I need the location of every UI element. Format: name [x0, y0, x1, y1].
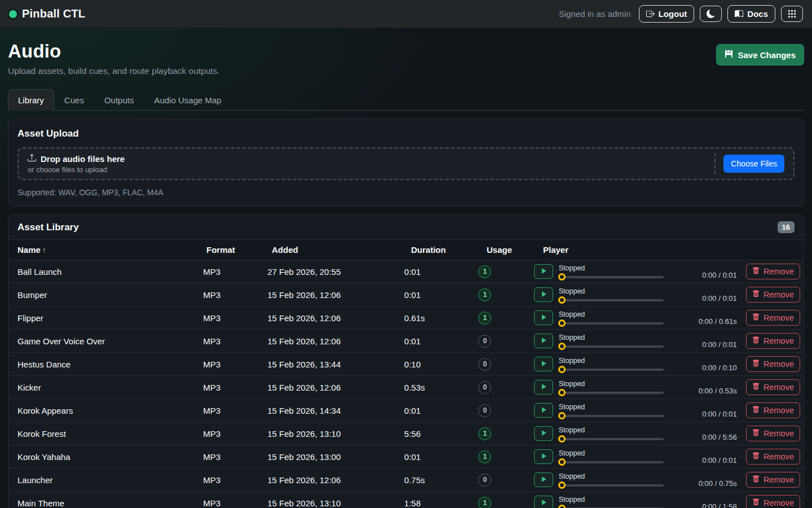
tab-cues[interactable]: Cues: [54, 89, 94, 111]
slider-thumb-icon[interactable]: [558, 273, 566, 281]
play-button[interactable]: [534, 357, 553, 371]
play-button[interactable]: [534, 403, 553, 418]
asset-format: MP3: [203, 475, 267, 485]
player-status: Stopped: [559, 496, 664, 503]
choose-files-button[interactable]: Choose Files: [723, 155, 784, 173]
play-button[interactable]: [534, 310, 553, 325]
asset-format: MP3: [203, 267, 267, 277]
play-icon: [540, 268, 547, 276]
trash-icon: [752, 290, 760, 299]
asset-player: Stopped 0:00 / 0:10: [534, 357, 745, 372]
brand-name: Pinball CTL: [22, 7, 85, 20]
save-changes-button[interactable]: Save Changes: [716, 44, 804, 65]
remove-label: Remove: [764, 498, 794, 507]
slider-thumb-icon[interactable]: [558, 319, 566, 327]
seek-slider[interactable]: [559, 276, 664, 278]
asset-duration: 0:10: [404, 360, 479, 369]
seek-slider[interactable]: [559, 299, 664, 301]
slider-thumb-icon[interactable]: [558, 505, 566, 508]
slider-thumb-icon[interactable]: [558, 458, 566, 466]
remove-button[interactable]: Remove: [746, 402, 800, 418]
asset-player: Stopped 0:00 / 0:01: [534, 449, 745, 465]
play-button[interactable]: [534, 334, 553, 348]
remove-button[interactable]: Remove: [746, 287, 800, 303]
remove-label: Remove: [764, 336, 794, 345]
column-header-format[interactable]: Format: [206, 245, 272, 255]
table-row: Bumper MP3 15 Feb 2026, 12:06 0:01 1 Sto…: [8, 283, 804, 306]
play-button[interactable]: [534, 426, 553, 441]
usage-badge: 0: [478, 381, 491, 394]
usage-badge: 0: [478, 335, 491, 348]
logout-button[interactable]: Logout: [639, 5, 695, 23]
trash-icon: [752, 452, 760, 461]
remove-button[interactable]: Remove: [746, 333, 800, 349]
remove-button[interactable]: Remove: [746, 379, 800, 395]
remove-label: Remove: [764, 290, 794, 299]
remove-label: Remove: [764, 452, 794, 461]
asset-added: 15 Feb 2026, 13:00: [267, 452, 404, 462]
seek-slider[interactable]: [559, 438, 664, 440]
column-header-duration[interactable]: Duration: [411, 245, 487, 255]
signed-in-text: Signed in as admin: [559, 9, 631, 19]
seek-slider[interactable]: [559, 484, 664, 487]
column-header-added[interactable]: Added: [272, 245, 411, 255]
slider-thumb-icon[interactable]: [558, 412, 566, 419]
column-header-player: Player: [543, 245, 744, 255]
asset-added: 15 Feb 2026, 13:10: [267, 498, 404, 508]
play-button[interactable]: [534, 496, 553, 508]
theme-toggle-button[interactable]: [700, 6, 722, 22]
player-time: 0:00 / 0:10: [664, 357, 737, 372]
asset-format: MP3: [203, 290, 267, 300]
seek-slider[interactable]: [559, 392, 664, 394]
seek-slider[interactable]: [559, 369, 664, 371]
seek-slider[interactable]: [559, 461, 664, 463]
asset-name: Ball Launch: [17, 267, 203, 277]
asset-player: Stopped 0:00 / 0:01: [534, 334, 745, 349]
column-header-usage[interactable]: Usage: [487, 245, 543, 255]
asset-player: Stopped 0:00 / 1:58: [534, 496, 745, 508]
seek-slider[interactable]: [559, 415, 664, 417]
asset-format: MP3: [203, 383, 267, 392]
play-button[interactable]: [534, 472, 553, 487]
column-header-name[interactable]: Name↑: [17, 245, 206, 255]
seek-slider[interactable]: [559, 345, 664, 348]
usage-badge: 1: [478, 265, 491, 278]
tab-outputs[interactable]: Outputs: [94, 89, 144, 111]
remove-button[interactable]: Remove: [746, 356, 800, 372]
remove-button[interactable]: Remove: [746, 472, 800, 488]
remove-label: Remove: [764, 360, 794, 369]
slider-thumb-icon[interactable]: [558, 343, 566, 350]
play-button[interactable]: [534, 449, 553, 464]
play-button[interactable]: [534, 264, 553, 279]
table-row: Ball Launch MP3 27 Feb 2026, 20:55 0:01 …: [8, 260, 804, 283]
player-time: 0:00 / 0.75s: [664, 472, 737, 488]
asset-player: Stopped 0:00 / 5:56: [534, 426, 745, 441]
slider-thumb-icon[interactable]: [558, 481, 566, 489]
slider-thumb-icon[interactable]: [558, 389, 566, 396]
slider-thumb-icon[interactable]: [558, 435, 566, 443]
remove-label: Remove: [764, 383, 794, 392]
remove-button[interactable]: Remove: [746, 495, 800, 508]
play-button[interactable]: [534, 287, 553, 302]
asset-duration: 0:01: [404, 290, 479, 300]
play-button[interactable]: [534, 380, 553, 395]
file-dropzone[interactable]: Drop audio files here or choose files to…: [17, 147, 795, 180]
remove-label: Remove: [764, 267, 794, 276]
apps-grid-button[interactable]: [781, 6, 803, 22]
sort-asc-icon: ↑: [42, 246, 46, 255]
player-status: Stopped: [559, 311, 664, 318]
slider-thumb-icon[interactable]: [558, 296, 566, 304]
supported-formats-text: Supported: WAV, OGG, MP3, FLAC, M4A: [17, 188, 795, 197]
slider-thumb-icon[interactable]: [558, 366, 566, 373]
remove-button[interactable]: Remove: [746, 264, 800, 279]
remove-button[interactable]: Remove: [746, 310, 800, 326]
docs-button[interactable]: Docs: [727, 5, 775, 23]
tab-library[interactable]: Library: [8, 89, 54, 111]
asset-added: 15 Feb 2026, 13:10: [267, 429, 404, 439]
remove-button[interactable]: Remove: [746, 449, 800, 465]
seek-slider[interactable]: [559, 322, 664, 325]
tab-audio-usage-map[interactable]: Audio Usage Map: [144, 89, 231, 111]
player-time: 0:00 / 0.53s: [664, 380, 737, 395]
remove-button[interactable]: Remove: [746, 426, 800, 441]
asset-format: MP3: [203, 336, 267, 346]
